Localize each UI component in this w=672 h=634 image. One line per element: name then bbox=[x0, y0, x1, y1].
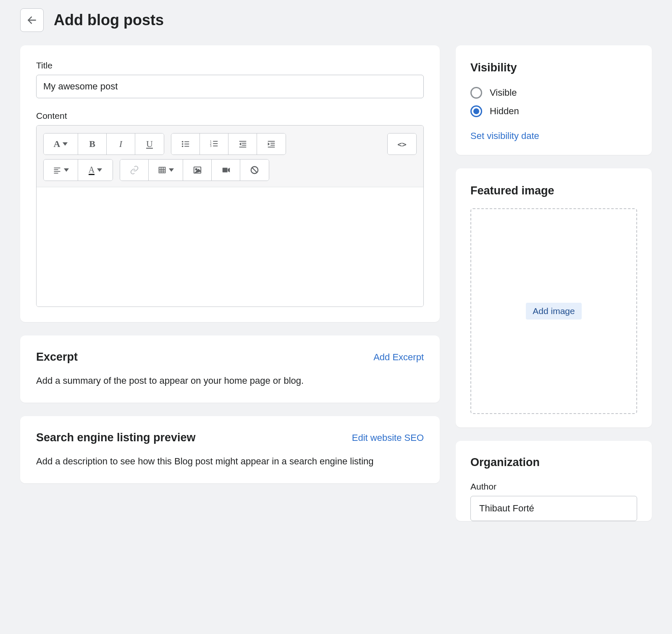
italic-icon: I bbox=[119, 139, 122, 149]
svg-rect-13 bbox=[239, 141, 246, 142]
svg-marker-35 bbox=[228, 168, 230, 173]
align-dropdown[interactable] bbox=[44, 160, 78, 181]
outdent-icon bbox=[238, 139, 247, 149]
svg-point-2 bbox=[181, 143, 183, 145]
svg-rect-27 bbox=[159, 167, 165, 173]
radio-label: Hidden bbox=[490, 106, 519, 117]
page-header: Add blog posts bbox=[20, 8, 652, 32]
content-card: Title Content A B I bbox=[20, 45, 440, 322]
editor-textarea[interactable] bbox=[37, 187, 423, 307]
featured-image-heading: Featured image bbox=[470, 184, 637, 197]
page-title: Add blog posts bbox=[54, 11, 164, 29]
organization-card: Organization Author bbox=[456, 441, 652, 521]
editor-toolbar: A B I U bbox=[37, 126, 423, 187]
title-label: Title bbox=[36, 60, 424, 71]
svg-rect-24 bbox=[54, 169, 58, 170]
clear-format-button[interactable] bbox=[240, 160, 269, 181]
excerpt-card: Excerpt Add Excerpt Add a summary of the… bbox=[20, 335, 440, 403]
edit-seo-link[interactable]: Edit website SEO bbox=[352, 432, 424, 443]
format-dropdown[interactable]: A bbox=[44, 134, 78, 155]
svg-rect-14 bbox=[242, 143, 246, 144]
code-icon: <> bbox=[397, 140, 407, 149]
svg-rect-21 bbox=[268, 147, 275, 147]
svg-rect-10 bbox=[213, 141, 218, 142]
html-button[interactable]: <> bbox=[388, 134, 416, 155]
svg-line-37 bbox=[252, 168, 257, 173]
font-format-icon: A bbox=[54, 139, 60, 149]
featured-image-card: Featured image Add image bbox=[456, 168, 652, 427]
svg-point-1 bbox=[181, 141, 183, 143]
organization-heading: Organization bbox=[470, 456, 637, 469]
seo-card: Search engine listing preview Edit websi… bbox=[20, 416, 440, 483]
svg-point-33 bbox=[195, 168, 197, 170]
svg-rect-5 bbox=[184, 144, 189, 144]
radio-icon bbox=[470, 105, 482, 117]
bold-icon: B bbox=[89, 139, 95, 149]
chevron-down-icon bbox=[64, 168, 69, 172]
svg-rect-25 bbox=[54, 171, 60, 172]
visibility-visible-radio[interactable]: Visible bbox=[470, 87, 637, 99]
indent-icon bbox=[267, 139, 276, 149]
svg-rect-18 bbox=[268, 141, 275, 142]
svg-rect-11 bbox=[213, 143, 218, 144]
underline-icon: U bbox=[146, 139, 153, 149]
text-color-dropdown[interactable]: A bbox=[78, 160, 113, 181]
svg-rect-12 bbox=[213, 146, 218, 147]
svg-rect-34 bbox=[222, 168, 227, 173]
svg-rect-20 bbox=[270, 145, 275, 146]
author-input[interactable] bbox=[470, 496, 637, 521]
author-label: Author bbox=[470, 482, 637, 492]
svg-marker-17 bbox=[239, 142, 241, 145]
chevron-down-icon bbox=[63, 142, 68, 146]
content-label: Content bbox=[36, 111, 424, 121]
link-button[interactable] bbox=[120, 160, 149, 181]
title-input[interactable] bbox=[36, 75, 424, 98]
svg-rect-6 bbox=[184, 146, 189, 147]
align-left-icon bbox=[53, 166, 61, 174]
excerpt-description: Add a summary of the post to appear on y… bbox=[36, 374, 424, 388]
add-image-button[interactable]: Add image bbox=[526, 303, 581, 320]
image-button[interactable] bbox=[183, 160, 212, 181]
svg-point-3 bbox=[181, 146, 183, 147]
svg-marker-22 bbox=[268, 142, 270, 145]
table-dropdown[interactable] bbox=[149, 160, 183, 181]
svg-rect-23 bbox=[54, 168, 60, 168]
text-color-icon: A bbox=[89, 165, 94, 175]
radio-label: Visible bbox=[490, 87, 517, 98]
indent-button[interactable] bbox=[257, 134, 286, 155]
bullet-list-button[interactable] bbox=[171, 134, 200, 155]
table-icon bbox=[158, 166, 166, 174]
chevron-down-icon bbox=[97, 168, 102, 172]
image-dropzone[interactable]: Add image bbox=[470, 208, 637, 414]
svg-rect-15 bbox=[242, 145, 246, 146]
svg-rect-16 bbox=[239, 147, 246, 147]
visibility-date-link[interactable]: Set visibility date bbox=[470, 131, 539, 141]
clear-format-icon bbox=[250, 165, 259, 175]
underline-button[interactable]: U bbox=[135, 134, 164, 155]
svg-rect-4 bbox=[184, 141, 189, 142]
rich-text-editor: A B I U bbox=[36, 125, 424, 307]
visibility-card: Visibility Visible Hidden Set visibility… bbox=[456, 45, 652, 155]
numbered-list-button[interactable]: 123 bbox=[200, 134, 228, 155]
svg-rect-26 bbox=[54, 173, 58, 174]
svg-text:3: 3 bbox=[210, 144, 211, 147]
image-icon bbox=[193, 165, 202, 175]
link-icon bbox=[130, 165, 139, 175]
bold-button[interactable]: B bbox=[78, 134, 107, 155]
italic-button[interactable]: I bbox=[107, 134, 135, 155]
back-button[interactable] bbox=[20, 8, 44, 32]
numbered-list-icon: 123 bbox=[210, 139, 219, 149]
radio-icon bbox=[470, 87, 482, 99]
bullet-list-icon bbox=[181, 139, 190, 149]
arrow-left-icon bbox=[26, 15, 37, 26]
svg-rect-19 bbox=[270, 143, 275, 144]
chevron-down-icon bbox=[169, 168, 174, 172]
outdent-button[interactable] bbox=[228, 134, 257, 155]
video-icon bbox=[221, 165, 231, 175]
seo-description: Add a description to see how this Blog p… bbox=[36, 454, 424, 468]
seo-heading: Search engine listing preview bbox=[36, 431, 196, 444]
visibility-hidden-radio[interactable]: Hidden bbox=[470, 105, 637, 117]
visibility-heading: Visibility bbox=[470, 61, 637, 74]
video-button[interactable] bbox=[212, 160, 240, 181]
add-excerpt-link[interactable]: Add Excerpt bbox=[373, 352, 424, 363]
